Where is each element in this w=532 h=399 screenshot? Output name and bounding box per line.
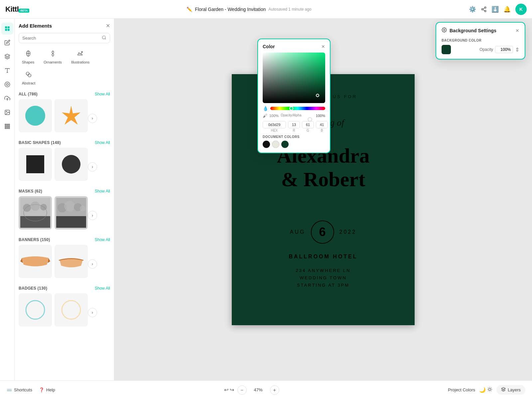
zoom-in-button[interactable]: + [270, 385, 279, 395]
element-mask-landscape1[interactable] [19, 196, 52, 229]
bg-opacity-input[interactable] [495, 46, 513, 53]
basic-shapes-show-all-button[interactable]: Show All [95, 140, 110, 145]
cat-tab-abstract[interactable]: Abstract [19, 69, 39, 87]
banners-title: BANNERS (150) [19, 237, 50, 242]
edit-icon: ✏️ [187, 7, 192, 12]
svg-point-42 [40, 204, 47, 210]
shortcuts-label: Shortcuts [14, 387, 32, 392]
eyedropper-button[interactable]: 💧 [263, 106, 268, 111]
element-banner2[interactable] [55, 245, 88, 278]
svg-line-4 [483, 8, 484, 9]
svg-marker-9 [5, 54, 10, 57]
svg-point-53 [489, 388, 491, 390]
shapes-icon [25, 50, 32, 59]
elements-icon[interactable] [1, 23, 13, 35]
layers-button[interactable]: Layers [496, 385, 525, 395]
svg-rect-23 [5, 128, 6, 129]
search-input[interactable] [22, 36, 100, 41]
doc-color-light[interactable] [272, 141, 279, 148]
color-gradient-box[interactable] [263, 53, 325, 103]
doc-color-green[interactable] [281, 141, 289, 148]
svg-rect-17 [5, 124, 6, 125]
doc-title[interactable]: Floral Garden - Wedding Invitation [195, 7, 266, 12]
help-button[interactable]: ❓ Help [39, 387, 55, 392]
download-button[interactable]: ⬇️ [491, 6, 499, 13]
banners-show-all-button[interactable]: Show All [95, 237, 110, 242]
zoom-out-button[interactable]: − [237, 385, 247, 395]
search-button[interactable] [102, 35, 106, 41]
settings-button[interactable]: ⚙️ [469, 6, 476, 13]
g-input[interactable] [302, 121, 314, 128]
element-badge1[interactable] [19, 293, 52, 327]
masks-header: MASKS (62) Show All [19, 189, 110, 194]
element-black-circle[interactable] [55, 148, 88, 181]
svg-rect-24 [7, 128, 8, 129]
banners-row: › [19, 245, 110, 283]
bg-color-label: BACKGROUND COLOR [442, 39, 519, 42]
notification-button[interactable]: 🔔 [503, 6, 511, 13]
autosaved-status: Autosaved 1 minute ago [268, 7, 311, 12]
canvas-venue: BALLROOM HOTEL [232, 254, 415, 260]
masks-next-button[interactable]: › [88, 211, 97, 220]
badges-show-all-button[interactable]: Show All [95, 286, 110, 291]
layers-panel-icon[interactable] [1, 51, 13, 63]
svg-point-12 [5, 82, 10, 87]
element-mask-landscape2[interactable] [55, 196, 88, 229]
svg-point-52 [444, 29, 445, 31]
share-button[interactable] [481, 6, 487, 12]
hue-slider[interactable] [270, 107, 325, 110]
photo-icon[interactable] [1, 106, 13, 118]
r-field-group: R [288, 121, 300, 132]
close-panel-button[interactable]: ✕ [106, 23, 110, 29]
element-sun[interactable] [55, 99, 88, 132]
redo-button[interactable]: ↪ [230, 387, 234, 393]
color-popup-close-button[interactable]: ✕ [321, 44, 325, 49]
cat-tab-ornaments[interactable]: Ornaments [40, 48, 65, 66]
element-badge2[interactable] [55, 293, 88, 327]
cat-tab-illustrations[interactable]: Illustrations [68, 48, 93, 66]
basic-shapes-next-button[interactable]: › [88, 162, 97, 172]
shortcuts-button[interactable]: ⌨️ Shortcuts [7, 387, 32, 392]
color-mode-toggle[interactable]: 🌙 [479, 387, 492, 393]
illustrations-label: Illustrations [71, 60, 90, 64]
beta-badge: BETA [19, 9, 29, 13]
b-input[interactable] [316, 121, 328, 128]
ornaments-label: Ornaments [44, 60, 62, 64]
sun-icon [487, 387, 492, 393]
r-input[interactable] [288, 121, 300, 128]
bg-color-swatch[interactable] [442, 45, 451, 54]
basic-shapes-grid [19, 148, 88, 181]
doc-color-black[interactable] [263, 141, 270, 148]
banners-next-button[interactable]: › [88, 259, 97, 269]
cat-tab-shapes[interactable]: Shapes [19, 48, 38, 66]
element-banner1[interactable] [19, 245, 52, 278]
search-box[interactable] [19, 33, 110, 43]
edit-tool-icon[interactable] [1, 37, 13, 49]
opacity-row: 🖌 100% Opacity/Alpha 100% [263, 113, 325, 118]
bg-settings-close-button[interactable]: ✕ [515, 28, 519, 33]
bg-settings-panel: Background Settings ✕ BACKGROUND COLOR O… [436, 22, 525, 60]
sidebar-content: Add Elements ✕ Shapes [15, 19, 114, 380]
masks-grid [19, 196, 88, 229]
hex-input[interactable] [263, 121, 286, 128]
badges-title: BADGES (130) [19, 286, 47, 291]
element-teal-circle[interactable] [19, 99, 52, 132]
element-black-square[interactable] [19, 148, 52, 181]
text-icon[interactable] [1, 65, 13, 76]
svg-point-2 [484, 10, 486, 12]
all-section-title: ALL (786) [19, 92, 38, 96]
upload-icon[interactable] [1, 92, 13, 104]
bg-opacity-label: Opacity [479, 47, 493, 52]
canvas-area[interactable]: KINDLY JOIN US FOR The Wedding of Alexan… [114, 19, 532, 380]
all-next-button[interactable]: › [88, 114, 97, 123]
color-icon[interactable] [1, 78, 13, 90]
apps-icon[interactable] [1, 120, 13, 132]
left-sidebar: Add Elements ✕ Shapes [15, 19, 114, 380]
masks-show-all-button[interactable]: Show All [95, 189, 110, 194]
user-avatar[interactable]: K [515, 4, 527, 15]
badges-next-button[interactable]: › [88, 308, 97, 317]
undo-redo-group: ↩ ↪ [224, 387, 234, 393]
opacity-stepper-icon[interactable]: ⇕ [515, 47, 519, 53]
all-show-all-button[interactable]: Show All [95, 92, 110, 96]
undo-button[interactable]: ↩ [224, 387, 228, 393]
